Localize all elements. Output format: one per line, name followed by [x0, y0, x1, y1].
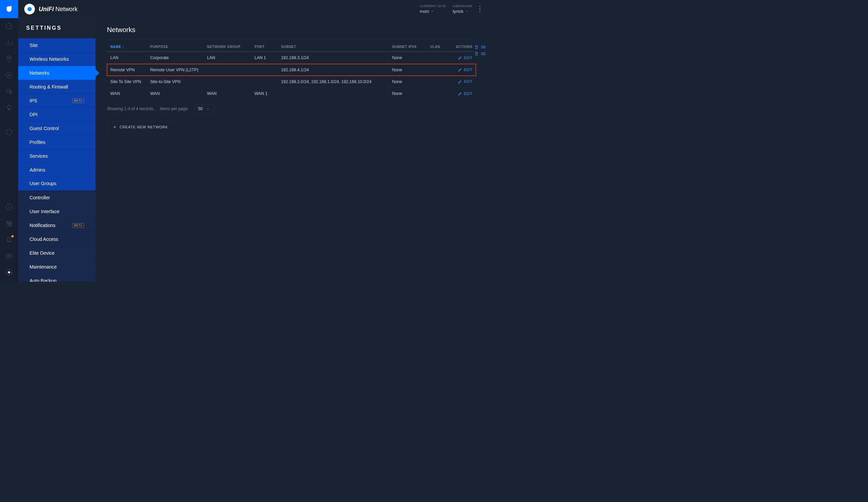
table-row[interactable]: WANWANWANWAN 1NoneEDIT [107, 88, 476, 100]
table-row[interactable]: Site To Site VPNSite-to-Site VPN192.168.… [107, 76, 476, 88]
items-per-page-select[interactable]: 50 [194, 104, 214, 113]
settings-item-services[interactable]: Services [18, 149, 95, 163]
col-name[interactable]: NAME↑ [107, 43, 147, 51]
cell-group [204, 76, 251, 88]
devices-icon[interactable] [5, 71, 13, 79]
events-icon[interactable] [5, 219, 13, 228]
info-icon[interactable] [5, 203, 13, 212]
cloud-key-dot-icon [27, 7, 31, 11]
cell-actions: EDIT [445, 76, 476, 88]
pencil-icon [458, 68, 462, 72]
settings-item-label: Auto Backup [30, 278, 57, 282]
settings-item-user-groups[interactable]: User Groups [18, 177, 95, 191]
cell-group: WAN [204, 88, 251, 100]
table-row[interactable]: LANCorporateLANLAN 1192.168.3.1/24NoneED… [107, 52, 476, 64]
settings-item-maintenance[interactable]: Maintenance [18, 260, 95, 274]
brand-text: UniFi [39, 6, 54, 12]
cell-port: WAN 1 [251, 88, 278, 100]
delete-action-clipped[interactable]: DE [473, 44, 487, 51]
chevron-down-icon [465, 10, 468, 13]
user-label: USERNAME [453, 4, 473, 8]
settings-item-site[interactable]: Site [18, 38, 95, 52]
pager-records: Showing 1-4 of 4 records. [107, 106, 155, 112]
settings-item-label: Elite Device [30, 250, 55, 256]
col-port[interactable]: PORT [251, 43, 278, 51]
map-icon[interactable] [5, 55, 13, 63]
col-purpose[interactable]: PURPOSE [147, 43, 204, 51]
settings-item-networks[interactable]: Networks [18, 66, 95, 80]
settings-item-label: User Groups [30, 181, 57, 186]
cloud-key-avatar[interactable] [24, 4, 35, 14]
threat-icon[interactable] [5, 128, 13, 136]
ubiquiti-logo[interactable] [0, 0, 18, 18]
settings-item-controller[interactable]: Controller [18, 191, 95, 205]
edit-link[interactable]: EDIT [458, 68, 473, 72]
settings-item-elite-device[interactable]: Elite Device [18, 246, 95, 260]
settings-item-profiles[interactable]: Profiles [18, 135, 95, 149]
settings-item-label: Wireless Networks [30, 57, 69, 62]
svg-point-2 [6, 72, 12, 78]
cell-name: Site To Site VPN [107, 76, 147, 88]
chevron-down-icon [431, 10, 434, 13]
alerts-icon[interactable] [5, 235, 13, 244]
col-group[interactable]: NETWORK GROUP [204, 43, 251, 51]
settings-item-cloud-access[interactable]: Cloud Access [18, 233, 95, 246]
settings-item-label: IPS [30, 98, 38, 103]
settings-item-wireless-networks[interactable]: Wireless Networks [18, 52, 95, 66]
cell-name: LAN [107, 52, 147, 64]
cell-purpose: Corporate [147, 52, 204, 64]
settings-item-auto-backup[interactable]: Auto Backup [18, 274, 95, 282]
col-ipv6[interactable]: SUBNET IPV6 [389, 43, 426, 51]
settings-icon[interactable] [5, 268, 13, 277]
cell-group: LAN [204, 52, 251, 64]
settings-heading: SETTINGS [18, 18, 95, 39]
cell-actions: EDIT [445, 64, 476, 76]
col-actions[interactable]: ACTIONS [445, 43, 476, 51]
cell-vlan [426, 52, 445, 64]
rail-divider [5, 120, 12, 120]
cell-vlan [426, 76, 445, 88]
edit-link[interactable]: EDIT [458, 92, 473, 95]
cell-name: WAN [107, 88, 147, 100]
settings-item-dpi[interactable]: DPI [18, 107, 95, 121]
create-label: CREATE NEW NETWORK [120, 125, 168, 129]
svg-point-6 [7, 105, 11, 109]
settings-item-admins[interactable]: Admins [18, 163, 95, 177]
statistics-icon[interactable] [5, 38, 13, 47]
svg-rect-8 [7, 222, 12, 226]
edit-link[interactable]: EDIT [458, 80, 473, 84]
username-selector[interactable]: USERNAME tynick [453, 4, 473, 14]
table-row[interactable]: Remote VPNRemote User VPN (L2TP)192.168.… [107, 64, 476, 76]
insights-icon[interactable] [5, 104, 13, 112]
settings-item-notifications[interactable]: NotificationsBETA [18, 218, 95, 233]
title-divider [107, 39, 476, 40]
edit-link[interactable]: EDIT [458, 56, 473, 60]
settings-item-ips[interactable]: IPSBETA [18, 94, 95, 107]
more-menu[interactable] [476, 6, 483, 12]
create-network-button[interactable]: CREATE NEW NETWORK [107, 121, 174, 133]
delete-action-clipped[interactable]: DE [473, 51, 487, 58]
site-value: mom [420, 9, 429, 14]
clients-icon[interactable] [5, 87, 13, 95]
current-site-selector[interactable]: CURRENT SITE mom [420, 4, 446, 14]
pager-label: Items per page: [160, 106, 189, 112]
trash-icon [474, 52, 478, 56]
cell-subnet [278, 88, 389, 100]
app-title: UniFi Network [39, 6, 78, 12]
col-vlan[interactable]: VLAN [426, 43, 445, 51]
cell-ipv6: None [389, 76, 426, 88]
cell-subnet: 192.168.3.1/24 [278, 52, 389, 64]
col-subnet[interactable]: SUBNET [278, 43, 389, 51]
notification-dot [11, 235, 13, 237]
chat-icon[interactable] [5, 252, 13, 260]
cell-subnet: 192.168.4.1/24 [278, 64, 389, 76]
settings-sidebar: SETTINGS SiteWireless NetworksNetworksRo… [18, 18, 95, 282]
svg-point-11 [10, 255, 10, 256]
settings-item-label: Profiles [30, 140, 45, 145]
pager-value: 50 [198, 106, 203, 112]
settings-item-user-interface[interactable]: User Interface [18, 205, 95, 218]
dashboard-icon[interactable] [5, 22, 13, 30]
settings-item-routing-firewall[interactable]: Routing & Firewall [18, 80, 95, 94]
settings-item-guest-control[interactable]: Guest Control [18, 121, 95, 135]
cell-port [251, 76, 278, 88]
